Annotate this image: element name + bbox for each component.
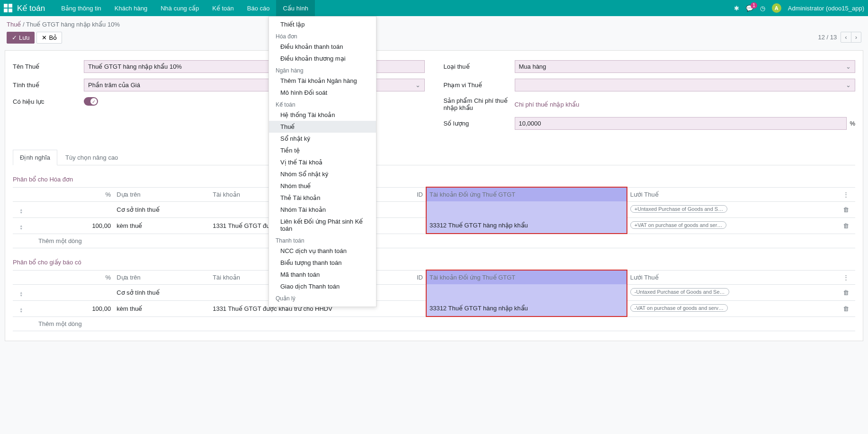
nav-dashboard[interactable]: Bảng thông tin — [54, 0, 108, 16]
invoice-dist-title: Phân bổ cho Hóa đơn — [13, 176, 855, 183]
discard-button[interactable]: ✕ Bỏ — [36, 32, 62, 44]
tax-type-label: Loại thuế — [444, 63, 515, 70]
tax-grid-tag[interactable]: -VAT on purchase of goods and serv… — [630, 304, 728, 312]
tax-amount-suffix: % — [850, 120, 855, 127]
drag-handle-icon[interactable]: ▲▼ — [19, 225, 23, 230]
dd-coa[interactable]: Hệ thống Tài khoản — [269, 109, 376, 121]
tax-product-link[interactable]: Chi phí thuế nhập khẩu — [515, 101, 580, 108]
pager-text[interactable]: 12 / 13 — [818, 34, 837, 41]
tax-calc-label: Tính thuế — [13, 81, 84, 89]
activity-icon[interactable]: ◷ — [760, 5, 765, 12]
dd-header-accounting: Kế toán — [269, 99, 376, 109]
top-nav: Kế toán Bảng thông tin Khách hàng Nhà cu… — [0, 0, 868, 16]
tax-grid-tag[interactable]: +VAT on purchase of goods and ser… — [630, 221, 727, 229]
tax-scope-select[interactable]: ⌄ — [515, 79, 856, 91]
tab-definition[interactable]: Định nghĩa — [13, 150, 57, 165]
th-grid: Lưới Thuế — [627, 187, 837, 201]
dd-taxes[interactable]: Thuế — [269, 121, 376, 133]
drag-handle-icon[interactable]: ▲▼ — [19, 291, 23, 297]
chat-badge: 1 — [751, 2, 757, 9]
tax-active-toggle[interactable] — [84, 97, 98, 106]
th-id: ID — [390, 187, 426, 201]
th-grid: Lưới Thuế — [627, 270, 837, 284]
dd-add-bank[interactable]: Thêm Tài khoản Ngân hàng — [269, 75, 376, 87]
form-sheet: Tên Thuế Tính thuế Phần trăm của Giá⌄ Có… — [5, 50, 863, 341]
config-dropdown: Thiết lập Hóa đơn Điều khoản thanh toán … — [268, 16, 376, 307]
dd-payment-tokens[interactable]: Mã thanh toán — [269, 269, 376, 280]
dd-header-invoice: Hóa đơn — [269, 30, 376, 41]
pager-prev[interactable]: ‹ — [841, 32, 851, 42]
drag-handle-icon[interactable]: ▲▼ — [19, 307, 23, 313]
dd-recon-model[interactable]: Mô hình Đối soát — [269, 87, 376, 99]
user-name[interactable]: Administrator (odoo15_app) — [788, 5, 864, 12]
th-pct: % — [30, 270, 114, 284]
nav-config[interactable]: Cấu hình — [276, 0, 315, 16]
breadcrumb-root[interactable]: Thuế — [7, 21, 21, 28]
tax-active-label: Có hiệu lực — [13, 98, 84, 105]
trash-icon[interactable]: 🗑 — [837, 300, 855, 316]
tax-grid-tag[interactable]: -Untaxed Purchase of Goods and Se… — [630, 288, 729, 296]
table-row[interactable]: ▲▼ Cơ sở tính thuế +Untaxed Purchase of … — [13, 201, 855, 217]
dd-payment-providers[interactable]: NCC dịch vụ thanh toán — [269, 245, 376, 257]
tax-product-label: Sản phẩm Chi phí thuế nhập khẩu — [444, 97, 515, 111]
dd-header-payments: Thanh toán — [269, 235, 376, 245]
dd-incoterms[interactable]: Điều khoản thương mại — [269, 53, 376, 64]
refund-dist-table: % Dựa trên Tài khoản ID Tài khoản Đối ứn… — [13, 270, 855, 331]
add-line[interactable]: Thêm một dòng — [13, 316, 855, 331]
tax-grid-tag[interactable]: +Untaxed Purchase of Goods and S… — [630, 205, 727, 213]
refund-dist-title: Phân bổ cho giấy báo có — [13, 259, 855, 266]
save-button[interactable]: ✓ Lưu — [7, 32, 35, 44]
tax-type-select[interactable]: Mua hàng⌄ — [515, 60, 856, 73]
th-id: ID — [390, 270, 426, 284]
th-based: Dựa trên — [114, 187, 210, 201]
table-row[interactable]: ▲▼ 100,00 kèm thuế 1331 Thuế GTGT được k… — [13, 300, 855, 316]
bug-icon[interactable]: ✱ — [734, 5, 739, 12]
breadcrumb-current: Thuế GTGT hàng nhập khẩu 10% — [26, 21, 120, 28]
app-brand: Kế toán — [17, 3, 45, 13]
dd-payment-trans[interactable]: Giao dịch Thanh toán — [269, 280, 376, 292]
tax-amount-label: Số lượng — [444, 120, 515, 127]
trash-icon[interactable]: 🗑 — [837, 201, 855, 217]
add-line[interactable]: Thêm một dòng — [13, 234, 855, 248]
dd-tax-groups[interactable]: Nhóm thuế — [269, 180, 376, 192]
dd-payment-terms[interactable]: Điều khoản thanh toán — [269, 41, 376, 53]
th-pct: % — [30, 187, 114, 201]
breadcrumb-sep: / — [23, 21, 26, 28]
table-row[interactable]: ▲▼ Cơ sở tính thuế -Untaxed Purchase of … — [13, 284, 855, 300]
dd-settings[interactable]: Thiết lập — [269, 18, 376, 30]
nav-customers[interactable]: Khách hàng — [108, 0, 154, 16]
avatar[interactable]: A — [772, 3, 781, 13]
chat-icon[interactable]: 💬1 — [746, 5, 753, 12]
nav-accounting[interactable]: Kế toán — [206, 0, 241, 16]
tabs: Định nghĩa Tùy chọn nâng cao — [13, 150, 855, 165]
apps-icon[interactable] — [4, 4, 12, 12]
dd-journals[interactable]: Sổ nhật ký — [269, 133, 376, 145]
control-bar: Thuế / Thuế GTGT hàng nhập khẩu 10% — [0, 16, 868, 31]
dd-full-recon[interactable]: Liên kết Đối ứng Phát sinh Kế toán — [269, 216, 376, 235]
th-menu[interactable]: ⋮ — [837, 270, 855, 284]
drag-handle-icon[interactable]: ▲▼ — [19, 208, 23, 214]
th-counter: Tài khoản Đối ứng Thuế GTGT — [426, 270, 627, 284]
dd-payment-icons[interactable]: Biểu tượng thanh toán — [269, 257, 376, 269]
th-menu[interactable]: ⋮ — [837, 187, 855, 201]
tax-scope-label: Phạm vi Thuế — [444, 81, 515, 89]
dd-account-groups[interactable]: Nhóm Tài khoản — [269, 204, 376, 216]
dd-header-mgmt: Quản lý — [269, 292, 376, 303]
tax-name-label: Tên Thuế — [13, 63, 84, 70]
nav-report[interactable]: Báo cáo — [241, 0, 277, 16]
dd-journal-groups[interactable]: Nhóm Sổ nhật ký — [269, 168, 376, 180]
pager-next[interactable]: › — [851, 32, 861, 42]
dd-fiscal-pos[interactable]: Vị thế Tài khoả — [269, 156, 376, 168]
dd-header-bank: Ngân hàng — [269, 64, 376, 75]
tab-advanced[interactable]: Tùy chọn nâng cao — [58, 150, 125, 165]
trash-icon[interactable]: 🗑 — [837, 284, 855, 300]
nav-vendors[interactable]: Nhà cung cấp — [154, 0, 206, 16]
button-bar: ✓ Lưu ✕ Bỏ 12 / 13 ‹ › — [0, 31, 868, 46]
tax-amount-input[interactable] — [515, 117, 847, 130]
th-based: Dựa trên — [114, 270, 210, 284]
table-row[interactable]: ▲▼ 100,00 kèm thuế 1331 Thuế GTGT được k… — [13, 217, 855, 234]
dd-account-tags[interactable]: Thẻ Tài khoản — [269, 192, 376, 204]
th-counter: Tài khoản Đối ứng Thuế GTGT — [426, 187, 627, 201]
trash-icon[interactable]: 🗑 — [837, 217, 855, 234]
dd-currencies[interactable]: Tiền tệ — [269, 145, 376, 156]
